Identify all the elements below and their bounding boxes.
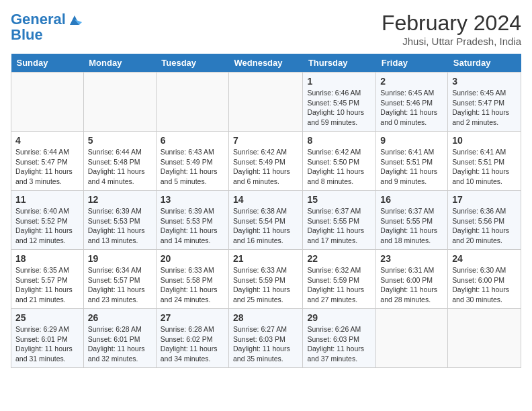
calendar-table: SundayMondayTuesdayWednesdayThursdayFrid… (11, 54, 521, 368)
day-number: 24 (452, 253, 517, 264)
day-number: 29 (307, 312, 371, 323)
day-cell (11, 73, 84, 132)
day-info: Sunrise: 6:38 AM Sunset: 5:54 PM Dayligh… (233, 206, 298, 246)
day-number: 16 (380, 194, 443, 205)
day-number: 23 (380, 253, 443, 264)
day-info: Sunrise: 6:44 AM Sunset: 5:47 PM Dayligh… (15, 147, 79, 187)
day-cell: 2Sunrise: 6:45 AM Sunset: 5:46 PM Daylig… (376, 73, 448, 132)
day-number: 8 (307, 135, 371, 146)
logo: General Blue (11, 11, 82, 42)
day-number: 15 (307, 194, 371, 205)
day-cell: 9Sunrise: 6:41 AM Sunset: 5:51 PM Daylig… (376, 132, 448, 191)
day-cell: 23Sunrise: 6:31 AM Sunset: 6:00 PM Dayli… (376, 250, 448, 309)
day-info: Sunrise: 6:40 AM Sunset: 5:52 PM Dayligh… (15, 206, 79, 246)
weekday-header-sunday: Sunday (11, 54, 84, 73)
day-cell: 19Sunrise: 6:34 AM Sunset: 5:57 PM Dayli… (83, 250, 156, 309)
day-number: 14 (233, 194, 298, 205)
day-number: 9 (380, 135, 443, 146)
day-cell (376, 309, 448, 368)
calendar-subtitle: Jhusi, Uttar Pradesh, India (382, 36, 521, 47)
day-number: 25 (15, 312, 79, 323)
day-number: 19 (88, 253, 152, 264)
day-cell: 16Sunrise: 6:37 AM Sunset: 5:55 PM Dayli… (376, 191, 448, 250)
day-info: Sunrise: 6:39 AM Sunset: 5:53 PM Dayligh… (88, 206, 152, 246)
day-number: 18 (15, 253, 79, 264)
day-number: 12 (88, 194, 152, 205)
day-info: Sunrise: 6:27 AM Sunset: 6:03 PM Dayligh… (233, 324, 298, 364)
day-cell: 12Sunrise: 6:39 AM Sunset: 5:53 PM Dayli… (83, 191, 156, 250)
day-cell: 13Sunrise: 6:39 AM Sunset: 5:53 PM Dayli… (156, 191, 228, 250)
day-info: Sunrise: 6:28 AM Sunset: 6:01 PM Dayligh… (88, 324, 152, 364)
day-info: Sunrise: 6:31 AM Sunset: 6:00 PM Dayligh… (380, 265, 443, 305)
day-info: Sunrise: 6:45 AM Sunset: 5:46 PM Dayligh… (380, 88, 443, 128)
svg-marker-0 (70, 15, 79, 25)
day-info: Sunrise: 6:32 AM Sunset: 5:59 PM Dayligh… (307, 265, 371, 305)
day-info: Sunrise: 6:41 AM Sunset: 5:51 PM Dayligh… (380, 147, 443, 187)
day-info: Sunrise: 6:28 AM Sunset: 6:02 PM Dayligh… (161, 324, 224, 364)
day-cell: 6Sunrise: 6:43 AM Sunset: 5:49 PM Daylig… (156, 132, 228, 191)
day-cell: 3Sunrise: 6:45 AM Sunset: 5:47 PM Daylig… (448, 73, 521, 132)
day-number: 4 (15, 135, 79, 146)
day-number: 11 (15, 194, 79, 205)
day-info: Sunrise: 6:35 AM Sunset: 5:57 PM Dayligh… (15, 265, 79, 305)
day-info: Sunrise: 6:29 AM Sunset: 6:01 PM Dayligh… (15, 324, 79, 364)
day-cell: 4Sunrise: 6:44 AM Sunset: 5:47 PM Daylig… (11, 132, 84, 191)
weekday-header-thursday: Thursday (303, 54, 376, 73)
day-info: Sunrise: 6:33 AM Sunset: 5:59 PM Dayligh… (233, 265, 298, 305)
day-number: 17 (452, 194, 517, 205)
day-cell: 22Sunrise: 6:32 AM Sunset: 5:59 PM Dayli… (303, 250, 376, 309)
day-info: Sunrise: 6:41 AM Sunset: 5:51 PM Dayligh… (452, 147, 517, 187)
day-number: 13 (161, 194, 224, 205)
calendar-title: February 2024 (382, 11, 521, 36)
day-number: 6 (161, 135, 224, 146)
logo-text: General (11, 11, 82, 28)
weekday-header-monday: Monday (83, 54, 156, 73)
day-info: Sunrise: 6:46 AM Sunset: 5:45 PM Dayligh… (307, 88, 371, 128)
day-info: Sunrise: 6:37 AM Sunset: 5:55 PM Dayligh… (380, 206, 443, 246)
day-info: Sunrise: 6:44 AM Sunset: 5:48 PM Dayligh… (88, 147, 152, 187)
day-number: 5 (88, 135, 152, 146)
day-cell: 20Sunrise: 6:33 AM Sunset: 5:58 PM Dayli… (156, 250, 228, 309)
day-cell: 11Sunrise: 6:40 AM Sunset: 5:52 PM Dayli… (11, 191, 84, 250)
day-cell: 5Sunrise: 6:44 AM Sunset: 5:48 PM Daylig… (83, 132, 156, 191)
day-cell: 14Sunrise: 6:38 AM Sunset: 5:54 PM Dayli… (229, 191, 303, 250)
day-cell: 7Sunrise: 6:42 AM Sunset: 5:49 PM Daylig… (229, 132, 303, 191)
day-info: Sunrise: 6:37 AM Sunset: 5:55 PM Dayligh… (307, 206, 371, 246)
week-row-1: 1Sunrise: 6:46 AM Sunset: 5:45 PM Daylig… (11, 73, 521, 132)
day-info: Sunrise: 6:26 AM Sunset: 6:03 PM Dayligh… (307, 324, 371, 364)
day-cell (448, 309, 521, 368)
day-number: 20 (161, 253, 224, 264)
day-cell: 18Sunrise: 6:35 AM Sunset: 5:57 PM Dayli… (11, 250, 84, 309)
day-cell: 28Sunrise: 6:27 AM Sunset: 6:03 PM Dayli… (229, 309, 303, 368)
day-cell (156, 73, 228, 132)
day-info: Sunrise: 6:42 AM Sunset: 5:49 PM Dayligh… (233, 147, 298, 187)
day-info: Sunrise: 6:33 AM Sunset: 5:58 PM Dayligh… (161, 265, 224, 305)
day-cell: 21Sunrise: 6:33 AM Sunset: 5:59 PM Dayli… (229, 250, 303, 309)
day-cell: 25Sunrise: 6:29 AM Sunset: 6:01 PM Dayli… (11, 309, 84, 368)
day-cell: 8Sunrise: 6:42 AM Sunset: 5:50 PM Daylig… (303, 132, 376, 191)
calendar-body: 1Sunrise: 6:46 AM Sunset: 5:45 PM Daylig… (11, 73, 521, 368)
day-cell: 15Sunrise: 6:37 AM Sunset: 5:55 PM Dayli… (303, 191, 376, 250)
day-cell: 26Sunrise: 6:28 AM Sunset: 6:01 PM Dayli… (83, 309, 156, 368)
weekday-header-friday: Friday (376, 54, 448, 73)
week-row-3: 11Sunrise: 6:40 AM Sunset: 5:52 PM Dayli… (11, 191, 521, 250)
weekday-header-tuesday: Tuesday (156, 54, 228, 73)
day-cell: 1Sunrise: 6:46 AM Sunset: 5:45 PM Daylig… (303, 73, 376, 132)
day-number: 7 (233, 135, 298, 146)
day-cell: 17Sunrise: 6:36 AM Sunset: 5:56 PM Dayli… (448, 191, 521, 250)
header: General Blue February 2024 Jhusi, Uttar … (11, 11, 521, 47)
day-number: 28 (233, 312, 298, 323)
day-number: 27 (161, 312, 224, 323)
day-cell: 27Sunrise: 6:28 AM Sunset: 6:02 PM Dayli… (156, 309, 228, 368)
day-cell: 29Sunrise: 6:26 AM Sunset: 6:03 PM Dayli… (303, 309, 376, 368)
day-number: 10 (452, 135, 517, 146)
day-number: 26 (88, 312, 152, 323)
day-info: Sunrise: 6:45 AM Sunset: 5:47 PM Dayligh… (452, 88, 517, 128)
week-row-2: 4Sunrise: 6:44 AM Sunset: 5:47 PM Daylig… (11, 132, 521, 191)
day-info: Sunrise: 6:30 AM Sunset: 6:00 PM Dayligh… (452, 265, 517, 305)
week-row-4: 18Sunrise: 6:35 AM Sunset: 5:57 PM Dayli… (11, 250, 521, 309)
day-number: 3 (452, 76, 517, 87)
day-cell (229, 73, 303, 132)
day-number: 22 (307, 253, 371, 264)
day-info: Sunrise: 6:42 AM Sunset: 5:50 PM Dayligh… (307, 147, 371, 187)
